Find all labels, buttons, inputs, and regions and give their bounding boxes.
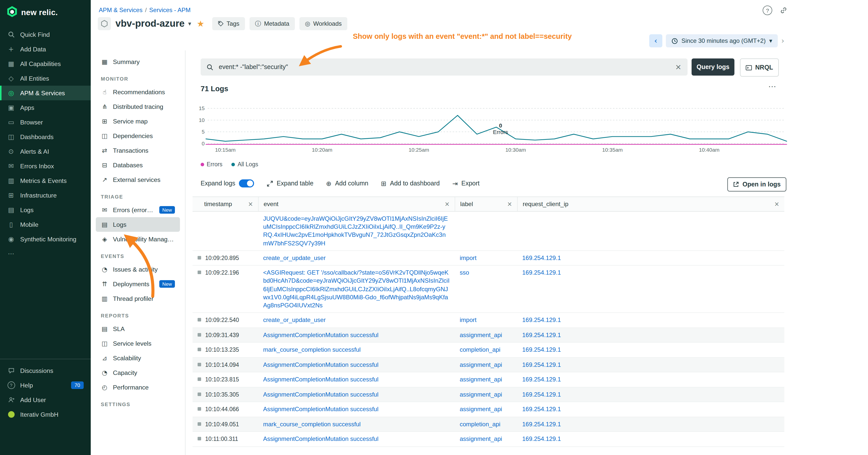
- global-nav-more[interactable]: ⋯: [0, 247, 91, 261]
- column-header-label[interactable]: label×: [455, 197, 517, 211]
- service-nav-thread-profiler[interactable]: ▥ Thread profiler: [96, 291, 180, 306]
- remove-column-icon[interactable]: ×: [774, 200, 779, 207]
- breadcrumb-services-apm[interactable]: Services - APM: [149, 6, 190, 13]
- query-logs-button[interactable]: Query logs: [691, 59, 735, 75]
- entity-dropdown-chevron-icon[interactable]: ▾: [188, 20, 191, 27]
- global-nav-help[interactable]: ? Help 70: [0, 378, 91, 392]
- workloads-button[interactable]: ◎ Workloads: [300, 17, 347, 30]
- clear-query-icon[interactable]: ×: [675, 63, 682, 71]
- global-nav-logs[interactable]: ▤ Logs: [0, 202, 91, 217]
- log-label-link[interactable]: completion_api: [460, 346, 500, 353]
- log-ip-link[interactable]: 169.254.129.1: [522, 317, 561, 324]
- service-nav-summary[interactable]: ▦ Summary: [96, 55, 180, 69]
- legend-errors[interactable]: Errors: [200, 161, 222, 167]
- global-nav-infrastructure[interactable]: ⊞ Infrastructure: [0, 188, 91, 202]
- log-label-link[interactable]: import: [460, 255, 476, 261]
- log-label-link[interactable]: assignment_api: [460, 331, 502, 338]
- service-nav-transactions[interactable]: ⇄ Transactions: [96, 143, 180, 158]
- log-event-link[interactable]: create_or_update_user: [263, 255, 326, 261]
- log-ip-link[interactable]: 169.254.129.1: [522, 331, 561, 338]
- log-event-link[interactable]: AssignmentCompletionMutation successful: [263, 376, 378, 383]
- log-label-link[interactable]: sso: [460, 269, 469, 277]
- log-ip-link[interactable]: 169.254.129.1: [522, 391, 561, 398]
- table-row[interactable]: 10:10:49.051 mark_course_completion succ…: [192, 417, 784, 432]
- log-event-link[interactable]: <ASGIRequest: GET '/sso/callback/?state=…: [263, 269, 450, 309]
- table-row[interactable]: 10:10:35.305 AssignmentCompletionMutatio…: [192, 388, 784, 402]
- service-nav-databases[interactable]: ⊟ Databases: [96, 158, 180, 172]
- global-nav-synthetic-monitoring[interactable]: ◉ Synthetic Monitoring: [0, 232, 91, 247]
- log-query-input[interactable]: [218, 63, 671, 71]
- column-header-request-client-ip[interactable]: request_client_ip×: [517, 197, 784, 211]
- service-nav-service-map[interactable]: ⊞ Service map: [96, 114, 180, 129]
- column-header-event[interactable]: event×: [258, 197, 455, 211]
- global-nav-mobile[interactable]: ▯ Mobile: [0, 217, 91, 232]
- table-row[interactable]: 10:10:23.815 AssignmentCompletionMutatio…: [192, 372, 784, 388]
- table-row[interactable]: 10:10:44.066 AssignmentCompletionMutatio…: [192, 402, 784, 417]
- nrql-button[interactable]: NRQL: [740, 59, 779, 76]
- log-ip-link[interactable]: 169.254.129.1: [522, 269, 561, 277]
- service-nav-vulnerability-management[interactable]: ◈ Vulnerability Management: [96, 232, 180, 247]
- column-header-timestamp[interactable]: timestamp×: [192, 197, 258, 211]
- remove-column-icon[interactable]: ×: [444, 200, 450, 207]
- add-column-button[interactable]: ⊕ Add column: [326, 180, 369, 187]
- global-nav-add-data[interactable]: + Add Data: [0, 42, 91, 57]
- global-nav-metrics-events[interactable]: ▥ Metrics & Events: [0, 173, 91, 188]
- breadcrumb-apm-services[interactable]: APM & Services: [99, 6, 143, 13]
- log-ip-link[interactable]: 169.254.129.1: [522, 406, 561, 413]
- log-event-link[interactable]: JUQVU&code=eyJraWQiOiJjcGItY29yZV8wOTl1M…: [263, 215, 448, 247]
- log-event-link[interactable]: AssignmentCompletionMutation successful: [263, 361, 378, 368]
- help-circle-icon[interactable]: ?: [763, 5, 772, 15]
- log-label-link[interactable]: assignment_api: [460, 376, 502, 383]
- service-nav-external-services[interactable]: ↗ External services: [96, 172, 180, 187]
- log-event-link[interactable]: mark_course_completion successful: [263, 421, 361, 428]
- service-nav-scalability[interactable]: ⊿ Scalability: [96, 351, 180, 365]
- service-nav-distributed-tracing[interactable]: ⋔ Distributed tracing: [96, 99, 180, 114]
- log-ip-link[interactable]: 169.254.129.1: [522, 435, 561, 443]
- table-row[interactable]: JUQVU&code=eyJraWQiOiJjcGItY29yZV8wOTl1M…: [192, 212, 784, 251]
- log-event-link[interactable]: AssignmentCompletionMutation successful: [263, 435, 378, 443]
- table-row[interactable]: 10:09:22.196 <ASGIRequest: GET '/sso/cal…: [192, 266, 784, 313]
- time-range-selector[interactable]: Since 30 minutes ago (GMT+2) ▾: [666, 34, 778, 47]
- log-ip-link[interactable]: 169.254.129.1: [522, 376, 561, 383]
- service-nav-dependencies[interactable]: ◫ Dependencies: [96, 129, 180, 143]
- service-nav-capacity[interactable]: ◔ Capacity: [96, 365, 180, 380]
- legend-all-logs[interactable]: All Logs: [231, 161, 258, 167]
- add-to-dashboard-button[interactable]: ⊞ Add to dashboard: [381, 180, 439, 187]
- global-nav-add-user[interactable]: Add User: [0, 392, 91, 407]
- remove-column-icon[interactable]: ×: [507, 200, 512, 207]
- global-nav-dashboards[interactable]: ◫ Dashboards: [0, 130, 91, 144]
- global-nav-all-capabilities[interactable]: ▦ All Capabilities: [0, 57, 91, 71]
- permalink-icon[interactable]: [780, 6, 787, 14]
- log-ip-link[interactable]: 169.254.129.1: [522, 346, 561, 353]
- table-row[interactable]: 10:10:13.235 mark_course_completion succ…: [192, 343, 784, 358]
- service-nav-sla[interactable]: ▤ SLA: [96, 322, 180, 336]
- tags-button[interactable]: Tags: [212, 17, 245, 30]
- log-event-link[interactable]: AssignmentCompletionMutation successful: [263, 331, 378, 338]
- favorite-star-icon[interactable]: ★: [197, 19, 205, 29]
- table-row[interactable]: 10:09:31.439 AssignmentCompletionMutatio…: [192, 328, 784, 343]
- log-label-link[interactable]: assignment_api: [460, 435, 502, 443]
- table-row[interactable]: 10:10:14.094 AssignmentCompletionMutatio…: [192, 358, 784, 372]
- table-row[interactable]: 10:09:22.540 create_or_update_user impor…: [192, 313, 784, 328]
- global-nav-browser[interactable]: ▭ Browser: [0, 115, 91, 130]
- global-nav-apm-services[interactable]: ◎ APM & Services: [0, 86, 91, 100]
- log-label-link[interactable]: import: [460, 317, 476, 324]
- global-nav-discussions[interactable]: Discussions: [0, 363, 91, 378]
- export-button[interactable]: ⇥ Export: [453, 180, 479, 187]
- global-nav-all-entities[interactable]: ◇ All Entities: [0, 71, 91, 86]
- log-ip-link[interactable]: 169.254.129.1: [522, 361, 561, 368]
- service-nav-performance[interactable]: ◴ Performance: [96, 380, 180, 394]
- expand-table-button[interactable]: Expand table: [267, 180, 313, 187]
- service-nav-recommendations[interactable]: ☝ Recommendations: [96, 85, 180, 99]
- service-nav-logs[interactable]: ▤ Logs: [96, 217, 180, 232]
- log-ip-link[interactable]: 169.254.129.1: [522, 421, 561, 428]
- logs-more-button[interactable]: ⋯: [768, 82, 777, 91]
- time-forward-button[interactable]: ›: [781, 36, 784, 45]
- log-label-link[interactable]: assignment_api: [460, 361, 502, 368]
- remove-column-icon[interactable]: ×: [248, 200, 253, 207]
- log-label-link[interactable]: assignment_api: [460, 406, 502, 413]
- expand-logs-toggle[interactable]: [239, 180, 254, 188]
- table-row[interactable]: 10:11:00.311 AssignmentCompletionMutatio…: [192, 432, 784, 447]
- service-nav-issues-activity[interactable]: ◔ Issues & activity: [96, 262, 180, 277]
- service-nav-service-levels[interactable]: ◫ Service levels: [96, 336, 180, 351]
